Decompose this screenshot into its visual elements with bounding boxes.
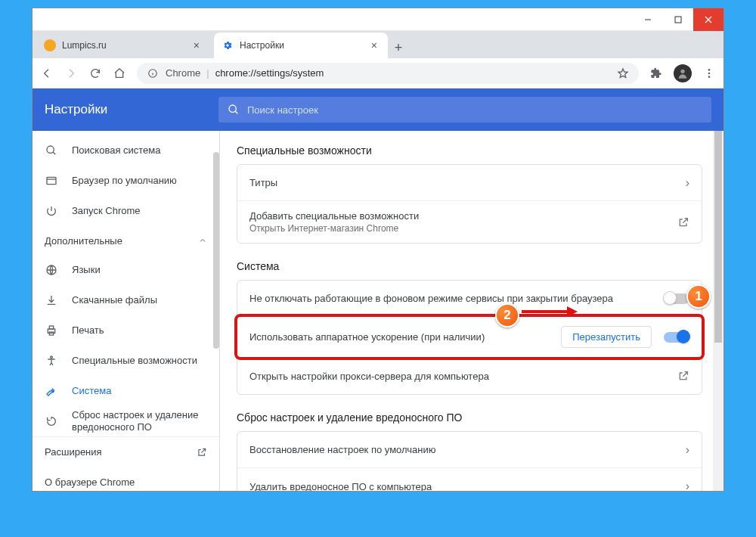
- sidebar: Поисковая система Браузер по умолчанию З…: [33, 131, 220, 491]
- annotation-bubble-2: 2: [495, 303, 519, 327]
- section-title-reset: Сброс настроек и удаление вредоносного П…: [237, 411, 702, 424]
- svg-rect-15: [47, 177, 56, 184]
- sidebar-item-printing[interactable]: Печать: [33, 315, 219, 346]
- kebab-menu-icon[interactable]: [702, 67, 716, 80]
- site-info-icon[interactable]: [146, 67, 160, 80]
- close-tab-icon[interactable]: ×: [191, 39, 203, 51]
- globe-icon: [45, 264, 58, 276]
- sidebar-item-reset[interactable]: Сброс настроек и удаление вредоносного П…: [33, 406, 219, 436]
- print-icon: [45, 324, 58, 337]
- annotation-arrow: [520, 305, 578, 318]
- svg-point-21: [51, 356, 53, 359]
- external-link-icon: [677, 216, 689, 228]
- annotation-bubble-1: 1: [686, 284, 711, 309]
- sidebar-item-accessibility[interactable]: Специальные возможности: [33, 346, 219, 376]
- favicon-settings: [222, 39, 234, 51]
- tab-lumpics[interactable]: Lumpics.ru ×: [36, 33, 210, 58]
- favicon-lumpics: [44, 39, 56, 51]
- sidebar-item-about[interactable]: О браузере Chrome: [33, 467, 219, 491]
- settings-search[interactable]: [218, 97, 711, 123]
- chevron-up-icon: [198, 236, 207, 245]
- sidebar-item-default-browser[interactable]: Браузер по умолчанию: [33, 166, 219, 196]
- svg-point-13: [47, 146, 54, 153]
- settings-search-input[interactable]: [247, 104, 702, 116]
- row-captions[interactable]: Титры›: [237, 165, 702, 201]
- omnibox-url: chrome://settings/system: [215, 67, 324, 79]
- svg-point-8: [708, 69, 711, 71]
- row-proxy-settings[interactable]: Открыть настройки прокси-сервера для ком…: [237, 358, 702, 394]
- svg-line-12: [235, 111, 237, 113]
- page-content: Настройки Поисковая система Браузер по у…: [33, 88, 723, 491]
- row-restore-defaults[interactable]: Восстановление настроек по умолчанию›: [237, 432, 702, 468]
- toggle-hardware-acceleration[interactable]: [664, 332, 689, 343]
- profile-avatar[interactable]: [674, 64, 692, 82]
- external-link-icon: [677, 370, 689, 382]
- external-link-icon: [197, 447, 207, 458]
- sidebar-item-languages[interactable]: Языки: [33, 255, 219, 285]
- tab-label: Lumpics.ru: [62, 40, 191, 51]
- download-icon: [45, 294, 58, 306]
- card-accessibility: Титры› Добавить специальные возможностиО…: [237, 164, 702, 244]
- bookmark-star-icon[interactable]: [616, 67, 630, 80]
- browser-window: Lumpics.ru × Настройки × + Chrome | chro…: [32, 8, 724, 492]
- omnibox[interactable]: Chrome | chrome://settings/system: [137, 63, 639, 84]
- settings-title: Настройки: [45, 102, 218, 117]
- minimize-button[interactable]: [633, 8, 663, 31]
- section-title-system: Система: [237, 260, 702, 272]
- card-system: Не отключать работающие в фоновом режиме…: [237, 280, 702, 395]
- maximize-button[interactable]: [663, 8, 693, 31]
- main-panel: Специальные возможности Титры› Добавить …: [220, 131, 723, 491]
- back-button[interactable]: [40, 67, 54, 80]
- extensions-icon[interactable]: [649, 67, 663, 80]
- settings-body: Поисковая система Браузер по умолчанию З…: [33, 131, 723, 491]
- row-add-accessibility[interactable]: Добавить специальные возможностиОткрыть …: [237, 201, 702, 243]
- sidebar-item-system[interactable]: Система: [33, 376, 219, 406]
- scrollbar-thumb[interactable]: [213, 152, 219, 349]
- forward-button[interactable]: [64, 67, 78, 80]
- sidebar-item-on-startup[interactable]: Запуск Chrome: [33, 196, 219, 226]
- sidebar-scrollbar[interactable]: [213, 131, 219, 491]
- sidebar-item-downloads[interactable]: Скачанные файлы: [33, 285, 219, 315]
- svg-rect-1: [675, 17, 681, 23]
- svg-point-9: [708, 72, 711, 74]
- svg-rect-19: [49, 326, 53, 329]
- reset-icon: [45, 415, 58, 427]
- chevron-right-icon: ›: [686, 480, 689, 491]
- main-scrollbar[interactable]: [713, 131, 723, 491]
- title-bar: [33, 8, 723, 31]
- relaunch-button[interactable]: Перезапустить: [561, 326, 652, 348]
- row-background-apps[interactable]: Не отключать работающие в фоновом режиме…: [237, 281, 702, 317]
- toggle-background-apps[interactable]: [664, 293, 689, 304]
- home-button[interactable]: [113, 67, 126, 80]
- power-icon: [45, 205, 58, 217]
- svg-marker-23: [567, 306, 578, 317]
- sidebar-item-extensions[interactable]: Расширения: [33, 436, 219, 467]
- accessibility-icon: [45, 355, 58, 367]
- row-hardware-acceleration[interactable]: Использовать аппаратное ускорение (при н…: [237, 317, 702, 358]
- section-title-accessibility: Специальные возможности: [237, 144, 702, 157]
- search-icon: [228, 104, 240, 116]
- svg-point-10: [708, 76, 711, 78]
- search-icon: [45, 144, 58, 157]
- tab-settings[interactable]: Настройки ×: [214, 33, 388, 58]
- close-tab-icon[interactable]: ×: [368, 39, 380, 51]
- close-window-button[interactable]: [693, 8, 723, 31]
- tab-strip: Lumpics.ru × Настройки × +: [33, 31, 723, 58]
- row-cleanup[interactable]: Удалить вредоносное ПО с компьютера›: [237, 468, 702, 491]
- card-reset: Восстановление настроек по умолчанию› Уд…: [237, 431, 702, 491]
- reload-button[interactable]: [88, 67, 102, 80]
- new-tab-button[interactable]: +: [388, 37, 409, 58]
- scrollbar-thumb[interactable]: [714, 131, 722, 343]
- chevron-right-icon: ›: [686, 176, 689, 190]
- browser-icon: [45, 175, 58, 187]
- svg-line-14: [53, 152, 55, 154]
- wrench-icon: [45, 385, 58, 397]
- omnibox-scheme: Chrome: [166, 67, 200, 79]
- chevron-right-icon: ›: [686, 443, 689, 457]
- sidebar-advanced-header[interactable]: Дополнительные: [33, 226, 219, 255]
- sidebar-item-search-engine[interactable]: Поисковая система: [33, 135, 219, 166]
- svg-point-11: [229, 105, 236, 112]
- svg-point-7: [680, 69, 684, 73]
- tab-label: Настройки: [240, 40, 368, 51]
- address-bar: Chrome | chrome://settings/system: [33, 58, 723, 88]
